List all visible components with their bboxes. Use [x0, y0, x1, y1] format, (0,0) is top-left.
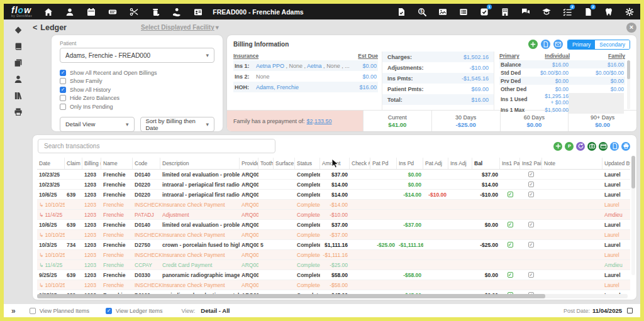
view-ledger-checkbox[interactable]: ✓	[106, 308, 112, 314]
table-row[interactable]: 9/25/256391203FrenchieD0330panoramic rad…	[37, 270, 630, 280]
column-header-ins1_paid[interactable]: Ins1 Paid	[500, 158, 520, 169]
column-header-bal[interactable]: Bal	[472, 158, 500, 169]
column-header-claim[interactable]: Claim #	[65, 158, 82, 169]
ins1-paid-checkbox[interactable]: ✓	[508, 242, 513, 248]
ins2-paid-checkbox[interactable]: ✓	[528, 192, 534, 197]
select-facility-link[interactable]: Select Displayed Facility▾	[141, 24, 219, 31]
ins2-paid-checkbox[interactable]: ✓	[528, 182, 534, 187]
column-header-pat_pd[interactable]: Pat Pd	[370, 158, 397, 169]
column-header-status[interactable]: Status	[295, 158, 320, 169]
imaging-icon[interactable]	[438, 7, 447, 16]
column-header-check[interactable]: Check #	[350, 158, 370, 169]
table-row[interactable]: 10/23/251203FrenchieD0140limited oral ev…	[37, 170, 630, 180]
column-header-code[interactable]: Code	[133, 158, 160, 169]
procedures-icon[interactable]	[129, 7, 138, 16]
ins2-paid-checkbox[interactable]: ✓	[528, 171, 534, 177]
column-header-billing[interactable]: Billing #	[82, 158, 101, 169]
table-row[interactable]: ↳ 10/10/251203FrenchieINSCHECKInsurance …	[37, 280, 630, 290]
filter-checkbox[interactable]: ✓	[60, 70, 66, 76]
collapse-chevrons[interactable]: »	[11, 307, 16, 315]
patient-card-icon[interactable]	[193, 7, 203, 16]
print-icon[interactable]	[14, 107, 23, 117]
ins1-paid-checkbox[interactable]: ✓	[508, 222, 513, 227]
column-header-date[interactable]: Date	[37, 158, 65, 169]
table-row[interactable]: 10/6/256391203FrenchieD0140limited oral …	[37, 220, 630, 230]
email-statement-button[interactable]	[553, 40, 563, 49]
patient-info-icon[interactable]	[14, 75, 23, 84]
sort-select[interactable]: Sort by Billing then Date ▾	[140, 117, 215, 132]
calendar-picker-icon[interactable]	[627, 308, 633, 313]
table-row[interactable]: ↳ 11/4/251203FrenchieCCPAYCredit Card Pa…	[37, 260, 630, 270]
statement-button[interactable]	[541, 40, 550, 49]
filter-checkbox[interactable]	[60, 104, 66, 110]
primary-toggle[interactable]: Primary	[568, 40, 595, 49]
column-header-ins_adj[interactable]: Ins Adj	[448, 158, 472, 169]
close-button[interactable]: ×	[626, 23, 636, 33]
copy-icon[interactable]	[14, 58, 23, 68]
table-row[interactable]: ↳ 10/10/251203FrenchieINSCHECKInsurance …	[37, 230, 630, 240]
dentition-icon[interactable]	[108, 7, 117, 16]
detail-view-select[interactable]: Detail View ▾	[60, 117, 135, 132]
payments-icon[interactable]	[172, 7, 181, 16]
fee-search-icon[interactable]: $	[417, 7, 426, 16]
tasks-icon[interactable]: 1	[479, 7, 489, 16]
print-button[interactable]	[621, 142, 630, 151]
document-button[interactable]	[610, 142, 619, 151]
payment-button[interactable]: P	[565, 142, 574, 151]
notes-icon[interactable]	[14, 42, 23, 52]
column-header-surface[interactable]: Surface	[274, 158, 295, 169]
add-transaction-button[interactable]	[553, 142, 562, 151]
ins2-paid-checkbox[interactable]: ✓	[528, 272, 534, 278]
settings-icon[interactable]	[625, 7, 634, 16]
column-header-note[interactable]: Note	[542, 158, 602, 169]
benefits-scrollbar[interactable]	[627, 60, 630, 109]
card-payment-button[interactable]	[599, 142, 608, 151]
search-input[interactable]	[38, 139, 275, 153]
education-icon[interactable]	[541, 7, 551, 16]
ins2-paid-checkbox[interactable]: ✓	[528, 242, 534, 248]
filter-checkbox[interactable]	[60, 95, 66, 101]
schedule-icon[interactable]	[86, 7, 96, 16]
home-icon[interactable]	[43, 7, 53, 16]
prescriptions-icon[interactable]	[150, 7, 160, 16]
tooth-icon[interactable]	[604, 7, 613, 16]
insurance-link[interactable]: Aetna	[307, 63, 322, 69]
facility-icon[interactable]	[500, 7, 509, 16]
patient-icon[interactable]	[65, 7, 74, 16]
table-row[interactable]: 10/6/256391203FrenchieD0220intraoral - p…	[37, 190, 630, 200]
column-header-pat_adj[interactable]: Pat Adj	[423, 158, 448, 169]
table-row[interactable]: ↳ 11/4/251203FrenchiePATADJAdjustmentARQ…	[37, 210, 630, 220]
horizontal-scrollbar[interactable]	[37, 294, 628, 298]
column-header-description[interactable]: Description	[160, 158, 240, 169]
insurance-link[interactable]: Aetna PPO	[256, 63, 284, 69]
table-row[interactable]: ↳ 10/10/251203FrenchieINSCHECKInsurance …	[37, 200, 630, 210]
filter-checkbox[interactable]	[60, 78, 66, 84]
claims-icon[interactable]	[396, 7, 406, 16]
back-chevron-icon[interactable]: <	[33, 23, 37, 32]
table-row[interactable]: 10/3/257341203FrenchieD2750crown - porce…	[37, 240, 630, 250]
diamond-icon[interactable]	[14, 26, 23, 35]
column-header-provider[interactable]: Provider	[240, 158, 258, 169]
checklist-icon[interactable]: 2	[562, 7, 572, 16]
table-row[interactable]: 10/23/251203FrenchieD0220intraoral - per…	[37, 180, 630, 190]
view-planned-checkbox[interactable]	[30, 308, 36, 314]
add-payment-button[interactable]	[528, 40, 538, 49]
scrollbar-thumb[interactable]	[37, 294, 545, 298]
ledger-books-icon[interactable]	[14, 91, 23, 101]
column-header-amount[interactable]: Amount	[320, 158, 350, 169]
ins1-paid-checkbox[interactable]: ✓	[508, 192, 513, 197]
adjustment-button[interactable]	[576, 142, 585, 151]
insurance-link[interactable]: Adams, Frenchie	[256, 84, 299, 90]
vertical-scrollbar[interactable]	[631, 156, 635, 275]
patient-select[interactable]: Adams, Frenchie - FREAD000 ▾	[60, 48, 214, 63]
column-header-ins_pd[interactable]: Ins Pd	[397, 158, 423, 169]
column-header-name[interactable]: Name	[101, 158, 133, 169]
camera-button[interactable]	[587, 142, 596, 151]
ins1-paid-checkbox[interactable]: ✓	[508, 272, 513, 278]
filter-checkbox[interactable]: ✓	[60, 87, 66, 93]
prepayment-amount-link[interactable]: $2,133.50	[307, 118, 332, 124]
scrollbar-thumb[interactable]	[631, 156, 635, 188]
column-header-updated_by[interactable]: Updated By	[602, 158, 630, 169]
messages-icon[interactable]	[521, 7, 530, 16]
column-header-ins2_paid[interactable]: Ins2 Paid	[520, 158, 542, 169]
